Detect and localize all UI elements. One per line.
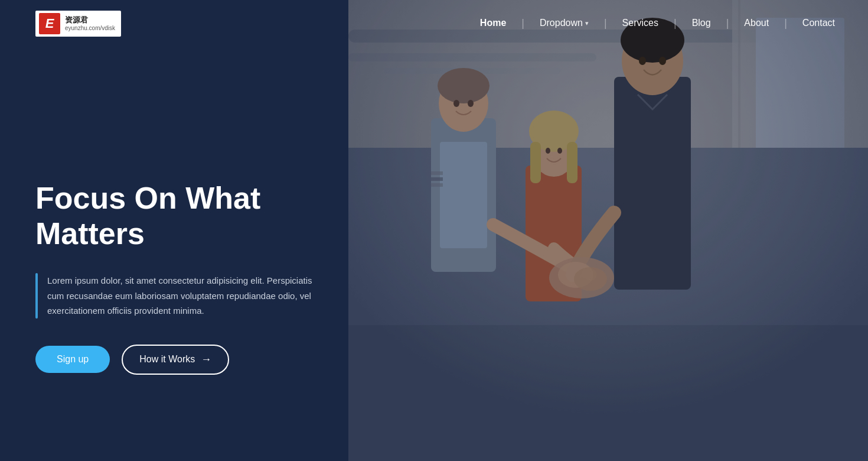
nav-item-about[interactable]: About	[735, 13, 778, 33]
signup-button[interactable]: Sign up	[35, 346, 110, 373]
svg-rect-35	[348, 0, 868, 461]
hero-description: Lorem ipsum dolor, sit amet consectetur …	[47, 273, 313, 319]
howworks-label: How it Works	[139, 354, 195, 365]
nav-item-services[interactable]: Services	[613, 13, 668, 33]
background-scene	[348, 0, 868, 461]
nav-bar: Home | Dropdown ▾ | Services | Blog | Ab…	[348, 0, 868, 46]
nav-separator-5: |	[784, 17, 787, 30]
nav-items: Home | Dropdown ▾ | Services | Blog | Ab…	[471, 13, 844, 33]
logo-url: eyunzhu.com/vdisk	[65, 25, 115, 31]
right-panel: Home | Dropdown ▾ | Services | Blog | Ab…	[348, 0, 868, 461]
logo[interactable]: E 资源君 eyunzhu.com/vdisk	[35, 11, 121, 37]
scene-container	[348, 0, 868, 461]
btn-group: Sign up How it Works →	[35, 345, 313, 375]
nav-item-contact[interactable]: Contact	[793, 13, 844, 33]
hero-title: Focus On What Matters	[35, 181, 313, 252]
logo-text-block: 资源君 eyunzhu.com/vdisk	[65, 16, 115, 31]
dropdown-label: Dropdown	[540, 18, 583, 28]
nav-item-dropdown[interactable]: Dropdown ▾	[530, 13, 598, 33]
hero-quote-block: Lorem ipsum dolor, sit amet consectetur …	[35, 273, 313, 319]
hero-content: Focus On What Matters Lorem ipsum dolor,…	[35, 134, 313, 374]
logo-icon: E	[39, 13, 60, 34]
nav-separator-4: |	[726, 17, 729, 30]
logo-area: E 资源君 eyunzhu.com/vdisk	[35, 0, 313, 47]
nav-item-home[interactable]: Home	[471, 13, 515, 33]
logo-chinese-name: 资源君	[65, 16, 115, 24]
left-panel: E 资源君 eyunzhu.com/vdisk Focus On What Ma…	[0, 0, 348, 461]
chevron-down-icon: ▾	[585, 20, 589, 27]
nav-separator-1: |	[521, 17, 524, 30]
nav-item-blog[interactable]: Blog	[683, 13, 720, 33]
nav-separator-3: |	[674, 17, 677, 30]
arrow-icon: →	[201, 353, 211, 366]
nav-separator-2: |	[604, 17, 607, 30]
quote-bar	[35, 273, 38, 319]
howworks-button[interactable]: How it Works →	[122, 345, 229, 375]
